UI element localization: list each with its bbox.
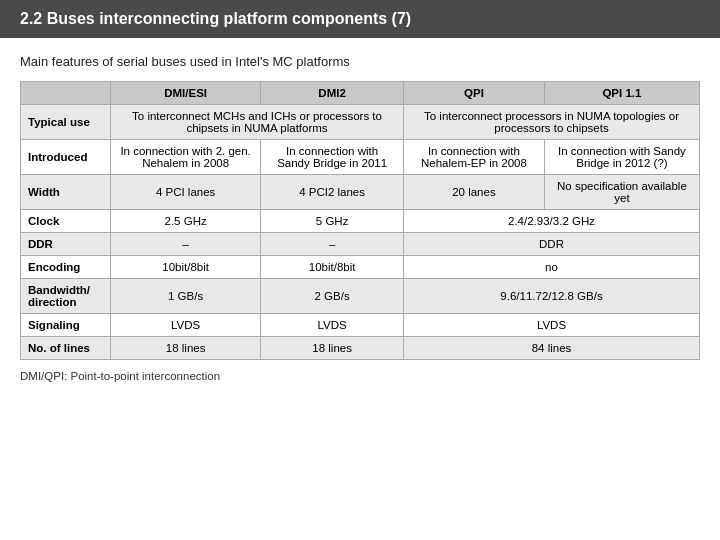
row-label-ddr: DDR	[21, 233, 111, 256]
cell-introduced-qpi: In connection with Nehalem-EP in 2008	[404, 140, 545, 175]
main-content: Main features of serial buses used in In…	[0, 38, 720, 398]
col-header-empty	[21, 82, 111, 105]
cell-sig-dmi: LVDS	[111, 314, 261, 337]
cell-encoding-dmi: 10bit/8bit	[111, 256, 261, 279]
footer-note: DMI/QPI: Point-to-point interconnection	[20, 370, 700, 382]
table-row: Bandwidth/ direction 1 GB/s 2 GB/s 9.6/1…	[21, 279, 700, 314]
table-row: No. of lines 18 lines 18 lines 84 lines	[21, 337, 700, 360]
features-table: DMI/ESI DMI2 QPI QPI 1.1 Typical use To …	[20, 81, 700, 360]
cell-lines-dmi: 18 lines	[111, 337, 261, 360]
cell-introduced-qpi11: In connection with Sandy Bridge in 2012 …	[544, 140, 699, 175]
col-header-dmi-esi: DMI/ESI	[111, 82, 261, 105]
table-row: DDR – – DDR	[21, 233, 700, 256]
cell-width-dmi: 4 PCI lanes	[111, 175, 261, 210]
cell-width-dmi2: 4 PCI2 lanes	[261, 175, 404, 210]
row-label-width: Width	[21, 175, 111, 210]
table-row: Introduced In connection with 2. gen. Ne…	[21, 140, 700, 175]
row-label-signaling: Signaling	[21, 314, 111, 337]
cell-typical-dmi: To interconnect MCHs and ICHs or process…	[111, 105, 404, 140]
cell-ddr-dmi2: –	[261, 233, 404, 256]
cell-lines-qpi: 84 lines	[404, 337, 700, 360]
table-row: Signaling LVDS LVDS LVDS	[21, 314, 700, 337]
cell-ddr-qpi: DDR	[404, 233, 700, 256]
col-header-qpi11: QPI 1.1	[544, 82, 699, 105]
cell-clock-dmi2: 5 GHz	[261, 210, 404, 233]
table-row: Encoding 10bit/8bit 10bit/8bit no	[21, 256, 700, 279]
cell-sig-dmi2: LVDS	[261, 314, 404, 337]
row-label-introduced: Introduced	[21, 140, 111, 175]
row-label-clock: Clock	[21, 210, 111, 233]
cell-width-qpi11: No specification available yet	[544, 175, 699, 210]
cell-bw-qpi: 9.6/11.72/12.8 GB/s	[404, 279, 700, 314]
cell-introduced-dmi2: In connection with Sandy Bridge in 2011	[261, 140, 404, 175]
cell-introduced-dmi: In connection with 2. gen. Nehalem in 20…	[111, 140, 261, 175]
cell-clock-qpi: 2.4/2.93/3.2 GHz	[404, 210, 700, 233]
page-title: 2.2 Buses interconnecting platform compo…	[0, 0, 720, 38]
cell-sig-qpi: LVDS	[404, 314, 700, 337]
table-row: Clock 2.5 GHz 5 GHz 2.4/2.93/3.2 GHz	[21, 210, 700, 233]
row-label-encoding: Encoding	[21, 256, 111, 279]
subtitle: Main features of serial buses used in In…	[20, 54, 700, 69]
row-label-lines: No. of lines	[21, 337, 111, 360]
table-row: Typical use To interconnect MCHs and ICH…	[21, 105, 700, 140]
cell-ddr-dmi: –	[111, 233, 261, 256]
cell-bw-dmi2: 2 GB/s	[261, 279, 404, 314]
cell-bw-dmi: 1 GB/s	[111, 279, 261, 314]
table-row: Width 4 PCI lanes 4 PCI2 lanes 20 lanes …	[21, 175, 700, 210]
cell-width-qpi: 20 lanes	[404, 175, 545, 210]
cell-typical-qpi: To interconnect processors in NUMA topol…	[404, 105, 700, 140]
row-label-typical-use: Typical use	[21, 105, 111, 140]
cell-encoding-qpi: no	[404, 256, 700, 279]
cell-encoding-dmi2: 10bit/8bit	[261, 256, 404, 279]
col-header-qpi: QPI	[404, 82, 545, 105]
row-label-bandwidth: Bandwidth/ direction	[21, 279, 111, 314]
col-header-dmi2: DMI2	[261, 82, 404, 105]
cell-lines-dmi2: 18 lines	[261, 337, 404, 360]
cell-clock-dmi: 2.5 GHz	[111, 210, 261, 233]
